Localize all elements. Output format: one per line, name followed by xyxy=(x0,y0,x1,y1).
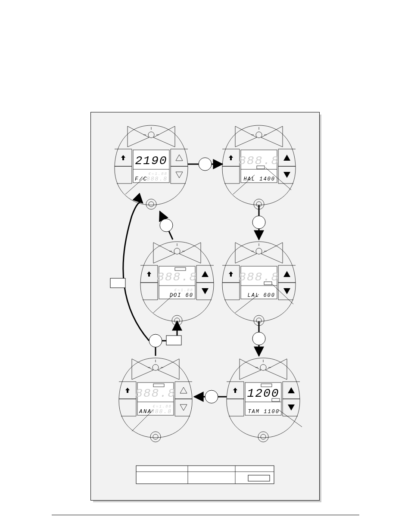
down-button[interactable] xyxy=(283,172,290,178)
shift-button[interactable] xyxy=(229,155,233,160)
arrow-d4-d6 xyxy=(252,321,265,356)
footer-rule xyxy=(52,515,359,515)
svg-point-25 xyxy=(252,216,265,229)
diagram-frame: 2190 €=1.88 F/C 888.8 888.8 HAL 1400 xyxy=(90,112,320,501)
down-button[interactable] xyxy=(180,404,187,411)
up-button[interactable] xyxy=(202,271,209,277)
up-button[interactable] xyxy=(283,155,290,161)
legend-table xyxy=(136,466,274,484)
svg-point-37 xyxy=(160,219,173,232)
device-5: 888.8 €=1.88 ANA 888.8 xyxy=(119,358,192,442)
up-button[interactable] xyxy=(283,271,290,277)
lcd-sub: F/C xyxy=(135,176,147,182)
lcd-main: 2190 xyxy=(135,154,167,168)
lcd-sub: ANA xyxy=(139,408,152,415)
lcd-sub: TAM 1100 xyxy=(248,409,280,415)
lcd-subdim: 888.8 xyxy=(146,176,168,182)
down-button[interactable] xyxy=(176,172,183,178)
lcd-main: 888.8 xyxy=(135,387,176,400)
shift-button[interactable] xyxy=(125,388,130,393)
arrow-d6-d5 xyxy=(194,390,227,403)
lcd-sub: LAL 600 xyxy=(248,292,275,299)
lcd-sub: HAL 1400 xyxy=(243,176,275,182)
lcd-eps: €=1.88 xyxy=(174,288,193,292)
device-1: 2190 €=1.88 F/C 888.8 xyxy=(115,125,188,209)
svg-rect-33 xyxy=(166,336,181,345)
device-2: 888.8 HAL 1400 xyxy=(222,125,296,209)
lcd-subdim: 888.8 xyxy=(151,408,172,415)
up-button[interactable] xyxy=(176,155,183,161)
shift-button[interactable] xyxy=(121,155,125,160)
shift-button[interactable] xyxy=(229,271,233,277)
lcd-main: 888.8 xyxy=(157,271,197,284)
svg-point-31 xyxy=(149,334,162,347)
lcd-sub: DOI 60 xyxy=(170,292,193,299)
arrow-d1-d2 xyxy=(188,158,222,171)
arrow-d2-d4 xyxy=(252,205,265,240)
svg-point-27 xyxy=(252,332,265,345)
shift-button[interactable] xyxy=(233,388,237,393)
svg-rect-42 xyxy=(248,475,270,481)
device-3: 888.8 €=1.88 DOI 60 xyxy=(140,242,214,326)
diagram-svg: 2190 €=1.88 F/C 888.8 888.8 HAL 1400 xyxy=(91,112,319,500)
svg-rect-35 xyxy=(110,278,125,288)
lcd-main: 1200 xyxy=(247,387,279,400)
lcd-main: 888.8 xyxy=(239,154,279,168)
down-button[interactable] xyxy=(202,288,209,294)
svg-point-23 xyxy=(199,158,212,171)
up-button[interactable] xyxy=(180,387,187,393)
down-button[interactable] xyxy=(283,288,290,294)
arrow-d3-d1 xyxy=(160,212,173,240)
shift-button[interactable] xyxy=(147,271,151,277)
up-button[interactable] xyxy=(288,387,295,393)
down-button[interactable] xyxy=(288,404,295,411)
device-4: 888.8 LAL 600 xyxy=(222,242,296,326)
device-6: 1200 TAM 1100 xyxy=(227,358,302,442)
lcd-main: 888.8 xyxy=(239,271,279,284)
svg-point-29 xyxy=(205,390,218,403)
